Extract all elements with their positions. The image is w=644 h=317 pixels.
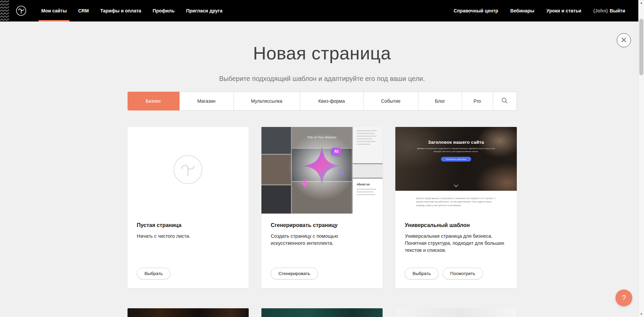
card-body: Универсальный шаблон Универсальная стран… — [395, 214, 516, 288]
choose-blank-button[interactable]: Выбрать — [137, 268, 170, 279]
tab-store[interactable]: Магазин — [180, 92, 234, 110]
tab-business[interactable]: Бизнес — [128, 92, 180, 110]
collage-photo-tile — [261, 127, 291, 154]
card-body: Сгенерировать страницу Создать страницу … — [261, 214, 383, 288]
preview-site-subtitle: Добавьте интересные подробности о вашей … — [416, 147, 495, 153]
template-card-universal: Заголовок вашего сайта Добавьте интересн… — [395, 127, 516, 288]
preview-cover: Заголовок вашего сайта Добавьте интересн… — [395, 127, 516, 191]
help-button[interactable]: ? — [615, 289, 632, 306]
nav-item-invite-friend[interactable]: Пригласи друга — [186, 0, 222, 21]
page-title: Новая страница — [0, 21, 644, 63]
nav-item-lessons[interactable]: Уроки и статьи — [546, 0, 581, 21]
nav-item-my-sites[interactable]: Мои сайты — [41, 0, 67, 21]
close-button[interactable] — [617, 33, 631, 47]
card-body: Пустая страница Начать с чистого листа. … — [128, 214, 249, 288]
card-buttons: Выбрать — [137, 268, 239, 279]
top-navbar: Мои сайты CRM Тарифы и оплата Профиль Пр… — [0, 0, 644, 21]
account-name: (John) — [593, 8, 608, 13]
tab-pro[interactable]: Pro — [462, 92, 493, 110]
card-buttons: Сгенерировать — [271, 268, 373, 279]
vertical-scrollbar[interactable]: ▲ ▼ — [638, 0, 644, 317]
preview-body-section: Коротко представьтесь и расскажите о ком… — [395, 191, 516, 214]
template-card-blank: Пустая страница Начать с чистого листа. … — [128, 127, 249, 288]
new-page-dialog: Новая страница Выберите подходящий шабло… — [0, 21, 644, 317]
nav-item-pricing[interactable]: Тарифы и оплата — [100, 0, 141, 21]
card-title: Универсальный шаблон — [405, 222, 507, 228]
nav-item-profile[interactable]: Профиль — [153, 0, 175, 21]
card-title: Пустая страница — [137, 222, 239, 228]
scroll-up-arrow-icon[interactable]: ▲ — [639, 0, 644, 6]
template-category-tabs: Бизнес Магазин Мультиссылка Квиз-форма С… — [128, 92, 517, 110]
search-icon — [501, 97, 508, 105]
collage-text-tile — [353, 127, 383, 163]
ai-sparkle-small-icon — [338, 169, 345, 178]
generate-button[interactable]: Сгенерировать — [271, 268, 318, 279]
tab-quiz-form[interactable]: Квиз-форма — [300, 92, 364, 110]
tilda-logo[interactable] — [14, 4, 28, 17]
chevron-down-icon — [454, 182, 458, 188]
collage-photo-tile — [261, 155, 291, 184]
collage-photo-tile — [353, 164, 383, 178]
template-card-partial-3[interactable] — [395, 308, 516, 317]
preview-cta-button: Основное действие — [441, 157, 471, 162]
card-description: Создать страницу с помощью искусственног… — [271, 233, 371, 247]
main-nav: Мои сайты CRM Тарифы и оплата Профиль Пр… — [41, 0, 234, 21]
blank-page-preview — [128, 127, 249, 214]
template-grid-row-2 — [128, 308, 517, 317]
template-card-partial-1[interactable] — [128, 308, 249, 317]
collage-photo-tile — [261, 185, 291, 214]
nav-item-crm[interactable]: CRM — [78, 0, 89, 21]
ai-generate-preview: Title of Your Website About us — [261, 127, 383, 214]
page-subtitle: Выберите подходящий шаблон и адаптируйте… — [0, 75, 644, 83]
collage-about-text: About us — [357, 183, 379, 186]
nav-item-logout[interactable]: (John) Выйти — [593, 0, 625, 21]
card-description: Начать с чистого листа. — [137, 233, 238, 240]
nav-item-help-center[interactable]: Справочный центр — [454, 0, 498, 21]
nav-item-webinars[interactable]: Вебинары — [510, 0, 535, 21]
tab-event[interactable]: Событие — [364, 92, 418, 110]
card-title: Сгенерировать страницу — [271, 222, 373, 228]
secondary-nav: Справочный центр Вебинары Уроки и статьи… — [442, 0, 625, 21]
view-universal-button[interactable]: Посмотреть — [443, 268, 483, 279]
close-icon — [621, 37, 627, 44]
template-card-partial-2[interactable] — [261, 308, 383, 317]
scroll-down-arrow-icon[interactable]: ▼ — [639, 311, 644, 317]
scrollbar-thumb[interactable] — [639, 19, 643, 75]
zigzag-decoration — [0, 0, 9, 21]
ai-sparkle-small-icon — [299, 178, 310, 191]
template-card-generate-ai: Title of Your Website About us — [261, 127, 383, 288]
logout-label: Выйти — [610, 8, 625, 13]
tab-blog[interactable]: Блог — [418, 92, 462, 110]
universal-template-preview: Заголовок вашего сайта Добавьте интересн… — [395, 127, 516, 214]
collage-title-text: Title of Your Website — [307, 136, 337, 139]
tilda-watermark-icon — [172, 154, 203, 186]
tab-search[interactable] — [493, 92, 517, 110]
tab-multilink[interactable]: Мультиссылка — [234, 92, 300, 110]
preview-body-text: Коротко представьтесь и расскажите о ком… — [416, 197, 496, 207]
collage-about-tile: About us — [353, 179, 383, 214]
preview-site-title: Заголовок вашего сайта — [428, 140, 484, 145]
card-description: Универсальная страница для бизнеса. Поня… — [405, 233, 505, 254]
ai-badge: AI — [331, 148, 341, 155]
choose-universal-button[interactable]: Выбрать — [405, 268, 438, 279]
card-buttons: Выбрать Посмотреть — [405, 268, 507, 279]
template-grid: Пустая страница Начать с чистого листа. … — [128, 127, 517, 288]
